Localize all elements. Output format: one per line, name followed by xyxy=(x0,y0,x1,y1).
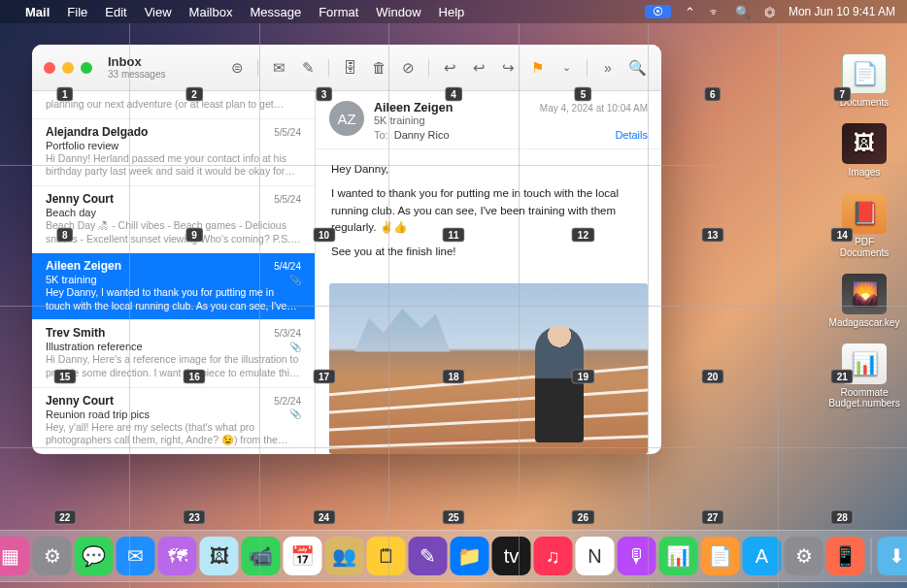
dock-app[interactable]: 👥 xyxy=(325,537,364,575)
zoom-button[interactable] xyxy=(81,62,92,74)
grid-number: 23 xyxy=(184,510,206,525)
close-button[interactable] xyxy=(44,62,55,74)
dock-app[interactable]: 📱 xyxy=(826,537,865,575)
grid-number: 6 xyxy=(704,86,722,101)
menu-window[interactable]: Window xyxy=(376,5,420,19)
menu-mailbox[interactable]: Mailbox xyxy=(189,5,233,19)
mailbox-title: Inbox 33 messages xyxy=(108,55,165,80)
reply-icon[interactable]: ↩ xyxy=(437,56,462,80)
wifi-icon[interactable]: ᯤ xyxy=(709,5,722,19)
desktop-item-pdf[interactable]: 📕PDF Documents xyxy=(835,193,893,258)
dock-app[interactable]: 📄 xyxy=(701,537,740,575)
spotlight-icon[interactable]: 🔍 xyxy=(735,5,751,19)
menu-view[interactable]: View xyxy=(145,5,172,19)
reader-sender: Aileen Zeigen xyxy=(374,101,453,114)
reply-all-icon[interactable]: ↩ xyxy=(466,56,491,80)
dock-app[interactable]: ▦ xyxy=(0,537,30,575)
grid-number: 25 xyxy=(442,510,464,525)
message-reader: AZ Aileen Zeigen May 4, 2024 at 10:04 AM… xyxy=(316,91,661,454)
message-row[interactable]: Jenny Court5/2/24Reunion road trip pics📎… xyxy=(32,388,315,454)
reader-timestamp: May 4, 2024 at 10:04 AM xyxy=(540,103,648,114)
dock-app[interactable]: ♫ xyxy=(534,537,573,575)
menu-format[interactable]: Format xyxy=(319,5,358,19)
dock-app[interactable]: ✎ xyxy=(409,537,448,575)
menu-message[interactable]: Message xyxy=(250,5,301,19)
dock-app[interactable]: 📁 xyxy=(451,537,489,575)
grid-number: 13 xyxy=(701,228,723,243)
flag-chevron-icon[interactable]: ⌄ xyxy=(554,56,579,80)
menu-edit[interactable]: Edit xyxy=(105,5,126,19)
window-controls xyxy=(44,62,92,74)
desktop-item-keynote[interactable]: 🌄Madagascar.key xyxy=(835,274,893,328)
menu-file[interactable]: File xyxy=(67,5,87,19)
dock-app[interactable]: 💬 xyxy=(75,537,114,575)
message-list[interactable]: planning our next adventure (or at least… xyxy=(32,91,316,454)
trash-icon[interactable]: 🗑 xyxy=(366,56,391,80)
mail-window: Inbox 33 messages ⊜ ✉ ✎ 🗄 🗑 ⊘ ↩ ↩ ↪ ⚑ ⌄ … xyxy=(32,45,661,454)
dock-app[interactable]: 🖼 xyxy=(200,537,239,575)
more-icon[interactable]: » xyxy=(595,56,621,80)
dock-app[interactable]: 🎙 xyxy=(618,537,656,575)
dock-app[interactable]: 🗺 xyxy=(158,537,197,575)
filter-icon[interactable]: ⊜ xyxy=(224,56,250,80)
flag-icon[interactable]: ⚑ xyxy=(524,56,550,80)
junk-icon[interactable]: ⊘ xyxy=(395,56,420,80)
menu-help[interactable]: Help xyxy=(439,5,465,19)
search-icon[interactable]: 🔍 xyxy=(624,56,650,80)
reader-subject: 5K training xyxy=(374,114,648,126)
dock: 🙂▦⚙💬✉🗺🖼📹📅👥🗒✎📁tv♫N🎙📊📄A⚙📱⬇🗑 xyxy=(0,530,907,582)
reader-body: Hey Danny, I wanted to thank you for put… xyxy=(316,149,661,279)
message-row[interactable]: Aileen Zeigen5/4/245K training📎Hey Danny… xyxy=(32,253,315,320)
desktop-item-documents[interactable]: 📄Documents xyxy=(835,53,893,108)
voice-control-icon[interactable]: ⦿ xyxy=(645,5,671,18)
forward-icon[interactable]: ↪ xyxy=(495,56,521,80)
dock-app[interactable]: 🗒 xyxy=(367,537,406,575)
dock-app[interactable]: A xyxy=(743,537,782,575)
dock-app[interactable]: 📅 xyxy=(284,537,322,575)
attachment-image[interactable] xyxy=(329,283,648,454)
message-row[interactable]: Trev Smith5/3/24Illustration reference📎H… xyxy=(32,320,315,387)
details-link[interactable]: Details xyxy=(615,129,648,141)
mail-toolbar: Inbox 33 messages ⊜ ✉ ✎ 🗄 🗑 ⊘ ↩ ↩ ↪ ⚑ ⌄ … xyxy=(32,45,661,91)
desktop-item-images[interactable]: 🖼Images xyxy=(835,123,893,178)
dock-app[interactable]: ⚙ xyxy=(785,537,823,575)
dock-app[interactable]: 📊 xyxy=(659,537,698,575)
message-row[interactable]: Alejandra Delgado5/5/24Portfolio reviewH… xyxy=(32,119,315,186)
grid-number: 20 xyxy=(701,369,723,383)
dock-app[interactable]: ⬇ xyxy=(878,537,908,575)
desktop-icons: 📄Documents 🖼Images 📕PDF Documents 🌄Madag… xyxy=(835,53,893,408)
menubar-datetime[interactable]: Mon Jun 10 9:41 AM xyxy=(789,5,895,18)
dock-app[interactable]: 📹 xyxy=(242,537,281,575)
control-center-icon[interactable]: ⏣ xyxy=(764,5,775,19)
wifi-icon[interactable]: ⌃ xyxy=(685,5,695,19)
archive-icon[interactable]: 🗄 xyxy=(337,56,362,80)
dock-app[interactable]: tv xyxy=(492,537,531,575)
grid-number: 24 xyxy=(313,510,335,525)
minimize-button[interactable] xyxy=(62,62,74,74)
grid-number: 22 xyxy=(53,510,76,525)
dock-app[interactable]: N xyxy=(576,537,615,575)
desktop-item-numbers[interactable]: 📊Roommate Budget.numbers xyxy=(835,343,893,408)
app-menu[interactable]: Mail xyxy=(25,5,50,19)
grid-number: 28 xyxy=(831,510,854,525)
compose-icon[interactable]: ✎ xyxy=(295,56,320,80)
message-row[interactable]: planning our next adventure (or at least… xyxy=(32,91,315,119)
dock-app[interactable]: ⚙ xyxy=(33,537,72,575)
message-row[interactable]: Jenny Court5/5/24Beach dayBeach Day 🏖 - … xyxy=(32,186,315,253)
reader-to: Danny Rico xyxy=(394,129,450,141)
grid-number: 27 xyxy=(701,510,723,525)
sender-avatar: AZ xyxy=(329,101,364,136)
menubar: Mail File Edit View Mailbox Message Form… xyxy=(0,0,907,23)
envelope-icon[interactable]: ✉ xyxy=(266,56,291,80)
dock-app[interactable]: ✉ xyxy=(117,537,155,575)
reader-to-label: To: xyxy=(374,129,388,141)
grid-number: 26 xyxy=(572,510,594,525)
